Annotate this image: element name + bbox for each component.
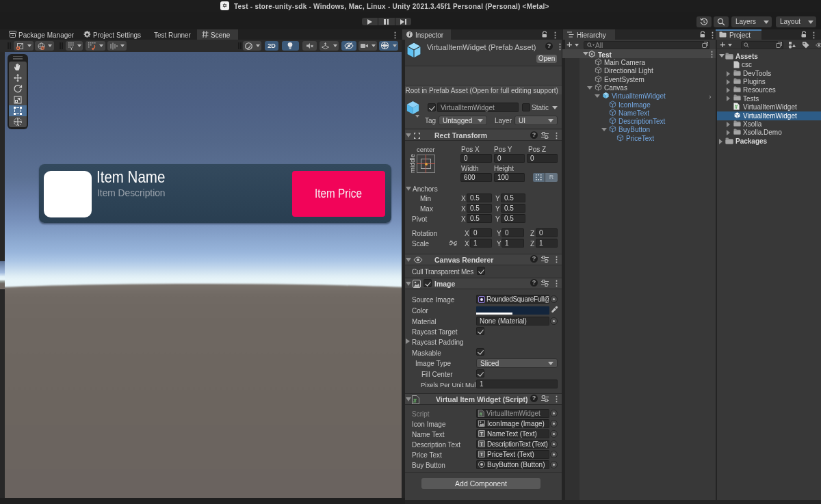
svg-text:#: # — [413, 397, 417, 404]
svg-text:#: # — [735, 104, 738, 110]
svg-text:Y: Y — [70, 46, 73, 51]
svg-text:#: # — [480, 410, 482, 416]
